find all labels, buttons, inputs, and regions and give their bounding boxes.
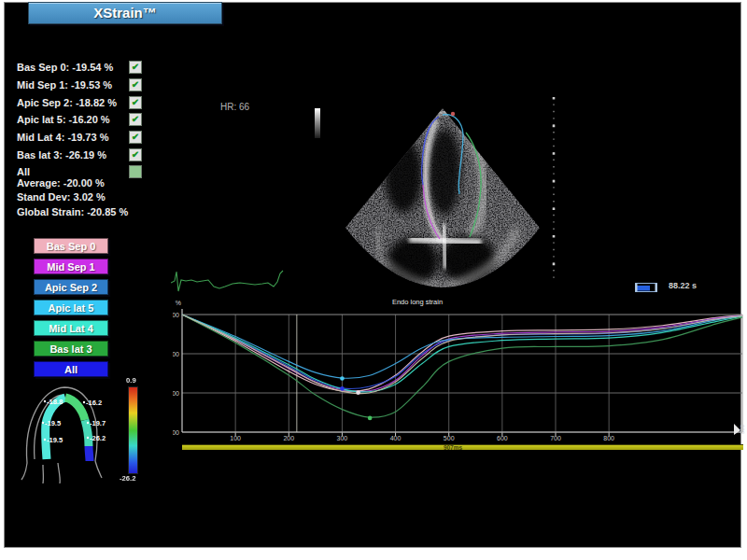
strain-curve-bas-lat-3: [182, 315, 742, 417]
value-apic-lat: -16.2: [86, 399, 102, 407]
y-tick-label: -30.00: [173, 429, 179, 436]
x-tick-label: 600: [497, 435, 508, 441]
measurement-label: Mid Lat 4: -19.73 %: [17, 132, 108, 143]
segment-button-mid-sep-1[interactable]: Mid Sep 1: [34, 259, 108, 274]
value-mid-sep: -19.5: [45, 419, 61, 427]
x-tick-label: 100: [230, 435, 241, 441]
apex-marker: [451, 112, 455, 116]
segment-button-apic-sep-2[interactable]: Apic Sep 2: [34, 279, 108, 295]
app-title-banner: XStrain™: [28, 2, 222, 24]
check-icon[interactable]: ✔: [129, 148, 142, 161]
x-axis-end-label: 900: [740, 424, 745, 434]
value-bas-sep: -18.8: [47, 398, 63, 406]
check-icon[interactable]: ✔: [129, 78, 142, 91]
x-tick-label: 700: [550, 435, 561, 441]
rv-cavity: [385, 138, 422, 213]
x-tick-label: 300: [337, 435, 348, 441]
value-apic-sep: -19.5: [47, 436, 63, 444]
measurement-row: Apic Sep 2: -18.82 % ✔: [17, 93, 142, 111]
heart-strain-map: -18.8 -19.5 -19.5 -16.2 -19.7 -26.2: [9, 373, 126, 483]
y-axis-unit: %: [176, 300, 181, 306]
timeline-progress-icon: [635, 283, 659, 293]
peak-strain-marker: [368, 416, 373, 421]
chart-title: Endo long strain: [392, 298, 443, 306]
measurement-row: Mid Sep 1: -19.53 % ✔: [17, 77, 142, 94]
peak-strain-marker: [340, 386, 345, 391]
measurement-label: Bas lat 3: -26.19 %: [17, 149, 106, 161]
stand-dev-value: Stand Dev: 3.02 %: [17, 191, 166, 205]
time-readout: 88.22 s: [669, 281, 697, 290]
scale-min-label: -26.2: [120, 474, 135, 483]
measurement-row: Bas lat 3: -26.19 % ✔: [17, 146, 142, 163]
segment-buttons: Bas Sep 0 Mid Sep 1 Apic Sep 2 Apic lat …: [34, 238, 110, 382]
global-strain-value: Global Strain: -20.85 %: [17, 206, 166, 220]
check-icon[interactable]: ✔: [129, 61, 142, 74]
y-tick-label: 0.00: [173, 312, 179, 318]
stats-panel: Average: -20.00 % Stand Dev: 3.02 % Glob…: [17, 177, 166, 220]
chart-plot-area: 1002003004005006007008000.00-10.00-20.00…: [173, 309, 745, 441]
ultrasound-image: [323, 86, 566, 293]
grayscale-bar: [315, 108, 320, 138]
heart-rate-label: HR: 66: [220, 102, 249, 112]
strain-color-band: [46, 398, 90, 461]
x-tick-label: 500: [444, 435, 455, 441]
duration-label: 907ms: [444, 444, 463, 451]
average-value: Average: -20.00 %: [17, 177, 166, 191]
strain-color-scale: [128, 386, 138, 474]
strain-curve-apic-lat-5: [182, 315, 742, 378]
y-tick-label: -10.00: [173, 351, 179, 357]
x-tick-label: 200: [283, 435, 294, 441]
measurement-label: Apic Sep 2: -18.82 %: [17, 97, 117, 108]
lv-cavity: [428, 129, 461, 215]
scale-max-label: 0.9: [126, 376, 136, 385]
measurement-row: Bas Sep 0: -19.54 % ✔: [17, 59, 142, 77]
check-icon[interactable]: ✔: [129, 96, 142, 109]
x-tick-label: 400: [390, 435, 402, 441]
echo-sector: [323, 86, 566, 293]
segment-button-mid-lat-4[interactable]: Mid Lat 4: [34, 320, 108, 336]
check-icon[interactable]: ✔: [129, 131, 142, 144]
measurement-row: Mid Lat 4: -19.73 % ✔: [17, 129, 142, 147]
segment-button-bas-lat-3[interactable]: Bas lat 3: [34, 341, 108, 357]
measurement-label: All: [17, 166, 30, 177]
measurement-row: Apic lat 5: -16.20 % ✔: [17, 111, 142, 129]
segment-button-bas-sep-0[interactable]: Bas Sep 0: [34, 238, 108, 254]
strain-chart: Endo long strain % 100200300400500600700…: [173, 294, 747, 460]
measurements-panel: Bas Sep 0: -19.54 % ✔ Mid Sep 1: -19.53 …: [17, 59, 142, 181]
measurement-label: Bas Sep 0: -19.54 %: [17, 62, 113, 73]
measurement-label: Mid Sep 1: -19.53 %: [17, 79, 112, 91]
x-tick-label: 800: [603, 435, 614, 441]
segment-button-apic-lat-5[interactable]: Apic lat 5: [34, 300, 108, 315]
peak-strain-marker: [356, 390, 360, 395]
measurement-label: Apic lat 5: -16.20 %: [17, 114, 110, 125]
value-mid-lat: -19.7: [90, 419, 106, 427]
check-icon[interactable]: ✔: [129, 113, 142, 126]
peak-strain-marker: [340, 376, 345, 381]
value-bas-lat: -26.2: [90, 434, 106, 442]
y-tick-label: -20.00: [173, 390, 179, 397]
